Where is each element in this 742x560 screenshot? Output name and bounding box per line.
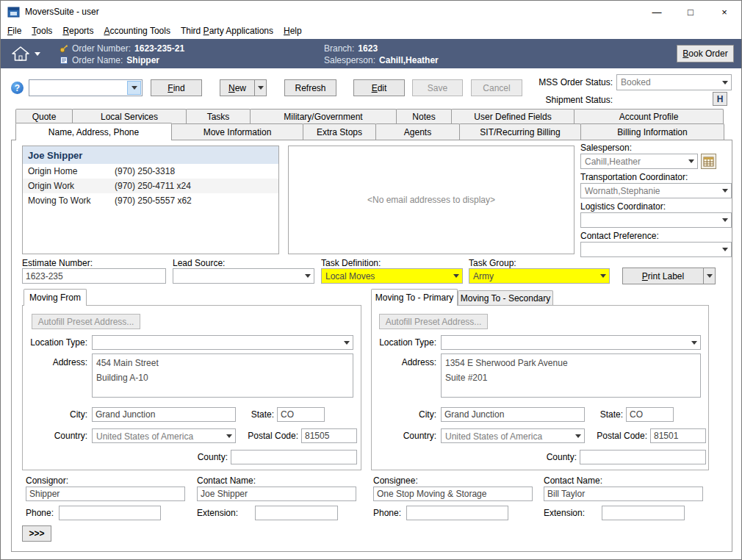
- country-combo[interactable]: United States of America: [92, 428, 236, 443]
- consignor-extension-field[interactable]: [255, 506, 338, 520]
- close-button[interactable]: ×: [707, 1, 741, 23]
- tab-quote[interactable]: Quote: [15, 109, 73, 123]
- salesperson-row: Salesperson: Cahill,Heather: [324, 54, 439, 66]
- tab-move-information[interactable]: Move Information: [171, 123, 303, 140]
- country-value: United States of America: [445, 431, 571, 442]
- logistics-coordinator-combo[interactable]: [580, 212, 732, 228]
- consignor-phone-field[interactable]: [59, 506, 161, 520]
- tab-agents[interactable]: Agents: [375, 123, 460, 140]
- menu-file[interactable]: File: [2, 24, 26, 38]
- state-field[interactable]: [277, 407, 325, 422]
- tab-billing-information[interactable]: Billing Information: [580, 123, 724, 140]
- county-field[interactable]: [231, 450, 357, 464]
- address-box[interactable]: 454 Main Street Building A-10: [92, 353, 353, 398]
- task-group-combo[interactable]: Army: [469, 268, 610, 284]
- tab-tasks[interactable]: Tasks: [186, 109, 251, 123]
- order-number-value: 1623-235-21: [134, 43, 184, 54]
- consignee-label: Consignee:: [373, 475, 418, 486]
- search-dropdown-button[interactable]: [127, 81, 141, 95]
- autofill-preset-address-button: Autofill Preset Address...: [379, 314, 488, 329]
- consignor-field[interactable]: [26, 487, 185, 501]
- tab-local-services[interactable]: Local Services: [72, 109, 187, 123]
- app-icon: [7, 6, 20, 18]
- tab-moving-to-secondary[interactable]: Moving To - Secondary: [458, 290, 553, 305]
- consignee-phone-label: Phone:: [373, 508, 401, 518]
- phone-row[interactable]: Origin Work (970) 250-4711 x24: [23, 179, 278, 193]
- menu-help[interactable]: Help: [278, 24, 307, 38]
- maximize-button[interactable]: □: [674, 1, 707, 23]
- salesperson-calendar-button[interactable]: [701, 154, 716, 169]
- location-type-combo[interactable]: [92, 335, 353, 350]
- order-name-row: Order Name: Shipper: [60, 54, 184, 66]
- phone-type: Origin Home: [23, 166, 115, 176]
- book-order-button[interactable]: Book Order: [677, 45, 734, 62]
- salesperson-combo[interactable]: Cahill,Heather: [580, 154, 698, 169]
- estimate-number-field[interactable]: [22, 268, 166, 284]
- phone-row[interactable]: Origin Home (970) 250-3318: [23, 164, 278, 179]
- transportation-coordinator-combo[interactable]: Wornath,Stephanie: [580, 183, 732, 198]
- menu-tools[interactable]: Tools: [26, 24, 57, 38]
- county-field[interactable]: [580, 450, 706, 464]
- order-number-label: Order Number:: [72, 43, 131, 54]
- minimize-button[interactable]: —: [640, 1, 674, 23]
- history-button[interactable]: H: [713, 92, 727, 106]
- postal-code-field[interactable]: [650, 428, 706, 443]
- find-button[interactable]: Find: [151, 79, 202, 96]
- city-field[interactable]: [441, 407, 585, 422]
- city-field[interactable]: [92, 407, 236, 422]
- country-label: Country:: [392, 431, 436, 441]
- location-type-label: Location Type:: [26, 337, 87, 348]
- new-dropdown-arrow[interactable]: [254, 80, 266, 96]
- home-menu-button[interactable]: [11, 45, 40, 62]
- mss-order-status-combo[interactable]: Booked: [616, 74, 732, 90]
- chevron-down-icon: [707, 274, 713, 278]
- new-button[interactable]: New: [220, 79, 267, 96]
- phone-row[interactable]: Moving To Work (970) 250-5557 x62: [23, 193, 278, 208]
- tab-military-government[interactable]: Military/Government: [250, 109, 397, 123]
- edit-button[interactable]: Edit: [353, 79, 405, 96]
- phone-number: (970) 250-3318: [115, 166, 175, 176]
- location-type-combo[interactable]: [441, 335, 701, 350]
- tab-extra-stops[interactable]: Extra Stops: [303, 123, 376, 140]
- order-number-icon: [60, 44, 68, 53]
- task-definition-combo[interactable]: Local Moves: [321, 268, 463, 284]
- refresh-button[interactable]: Refresh: [284, 79, 336, 96]
- menu-third-party-applications[interactable]: Third Party Applications: [176, 24, 278, 38]
- contact-preference-combo[interactable]: [580, 242, 732, 257]
- state-field[interactable]: [626, 407, 674, 422]
- tab-sit-recurring-billing[interactable]: SIT/Recurring Billing: [459, 123, 581, 140]
- tab-notes[interactable]: Notes: [396, 109, 452, 123]
- tab-name-address-phone[interactable]: Name, Address, Phone: [15, 123, 172, 140]
- country-combo[interactable]: United States of America: [441, 428, 585, 443]
- print-label-dropdown-arrow[interactable]: [703, 268, 715, 284]
- contact-name-header: Joe Shipper: [23, 146, 278, 164]
- tab-user-defined-fields[interactable]: User Defined Fields: [451, 109, 574, 123]
- consignee-extension-label: Extension:: [544, 508, 585, 518]
- menu-accounting-tools[interactable]: Accounting Tools: [98, 24, 176, 38]
- tab-account-profile[interactable]: Account Profile: [574, 109, 724, 123]
- print-label-button[interactable]: Print Label: [622, 268, 716, 284]
- tab-moving-to-primary[interactable]: Moving To - Primary: [371, 289, 458, 306]
- menu-reports[interactable]: Reports: [57, 24, 98, 38]
- consignor-contact-name-field[interactable]: [197, 487, 356, 501]
- consignee-field[interactable]: [373, 487, 533, 501]
- tab-moving-from[interactable]: Moving From: [24, 289, 87, 306]
- moving-to-panel: Autofill Preset Address... Location Type…: [371, 305, 709, 470]
- order-name-label: Order Name:: [72, 55, 123, 65]
- help-icon[interactable]: ?: [11, 82, 24, 94]
- expand-button[interactable]: >>>: [22, 525, 51, 542]
- consignee-contact-name-field[interactable]: [544, 487, 703, 501]
- phone-number: (970) 250-4711 x24: [115, 181, 191, 191]
- consignee-extension-field[interactable]: [602, 506, 685, 520]
- consignee-phone-field[interactable]: [406, 506, 508, 520]
- chevron-down-icon: [132, 86, 137, 90]
- search-input[interactable]: [30, 81, 127, 95]
- chevron-down-icon: [688, 336, 700, 349]
- postal-code-field[interactable]: [301, 428, 357, 443]
- address-box[interactable]: 1354 E Sherwood Park Avenue Suite #201: [441, 353, 701, 398]
- logistics-coordinator-label: Logistics Coordinator:: [580, 201, 666, 212]
- lead-source-combo[interactable]: [173, 268, 314, 284]
- phone-number: (970) 250-5557 x62: [115, 195, 192, 206]
- lead-source-label: Lead Source:: [173, 258, 225, 268]
- search-combo: [29, 79, 143, 96]
